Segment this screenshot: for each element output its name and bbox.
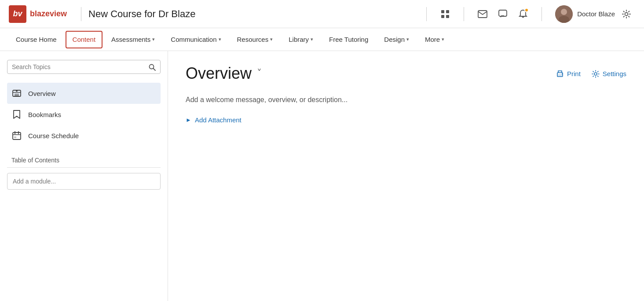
- nav-item-library[interactable]: Library ▾: [282, 31, 320, 48]
- content-settings-svg: [591, 70, 600, 78]
- search-icon: [149, 64, 156, 71]
- search-box[interactable]: [7, 60, 161, 74]
- nav-item-resources[interactable]: Resources ▾: [230, 31, 280, 48]
- svg-rect-2: [441, 15, 444, 18]
- settings-button[interactable]: Settings: [591, 69, 626, 78]
- assessments-chevron: ▾: [152, 37, 155, 42]
- sidebar: Overview Bookmarks Course: [0, 51, 168, 301]
- settings-icon-button[interactable]: [618, 5, 635, 23]
- overview-label: Overview: [28, 90, 56, 97]
- content-title: Overview ˅: [186, 64, 262, 83]
- svg-rect-21: [14, 136, 16, 138]
- nav-item-communication[interactable]: Communication ▾: [164, 31, 228, 48]
- search-input[interactable]: [12, 63, 149, 70]
- sidebar-item-course-schedule[interactable]: Course Schedule: [7, 125, 161, 146]
- nav-item-course-home[interactable]: Course Home: [9, 31, 64, 48]
- chat-icon: [498, 9, 508, 19]
- nav-item-content[interactable]: Content: [66, 31, 103, 48]
- search-button[interactable]: [149, 63, 156, 71]
- library-chevron: ▾: [311, 37, 313, 42]
- settings-icon: [622, 9, 631, 19]
- mail-icon: [478, 10, 487, 18]
- toc-divider: [7, 167, 161, 168]
- svg-rect-23: [558, 74, 562, 76]
- icon-divider-1: [426, 7, 427, 21]
- svg-point-7: [561, 9, 567, 15]
- bookmarks-label: Bookmarks: [28, 111, 61, 118]
- add-attachment-label: Add Attachment: [195, 116, 242, 124]
- nav-item-assessments[interactable]: Assessments ▾: [104, 31, 162, 48]
- bookmark-icon: [11, 109, 22, 120]
- avatar-image: [555, 5, 573, 23]
- grid-icon-button[interactable]: [436, 5, 454, 23]
- bell-icon-button[interactable]: [514, 5, 532, 23]
- attachment-arrow-icon: ►: [186, 117, 191, 123]
- svg-rect-1: [446, 10, 449, 13]
- table-of-contents-title: Table of Contents: [11, 157, 161, 164]
- add-module-input[interactable]: [7, 173, 161, 190]
- icon-divider-3: [542, 7, 542, 21]
- logo-text: blazeview: [30, 9, 67, 18]
- svg-point-25: [594, 73, 597, 75]
- svg-line-11: [154, 68, 156, 70]
- logo-area[interactable]: bv blazeview: [9, 5, 67, 23]
- print-icon: [556, 69, 564, 78]
- sidebar-item-bookmarks[interactable]: Bookmarks: [7, 104, 161, 125]
- resources-chevron: ▾: [270, 37, 273, 42]
- svg-rect-17: [13, 132, 21, 139]
- nav-item-design[interactable]: Design ▾: [377, 31, 416, 48]
- svg-point-9: [625, 12, 628, 15]
- overview-svg: [12, 88, 22, 98]
- chat-icon-button[interactable]: [494, 5, 512, 23]
- svg-rect-5: [499, 10, 507, 16]
- print-svg: [556, 70, 564, 78]
- calendar-icon: [11, 130, 22, 141]
- course-schedule-label: Course Schedule: [28, 132, 79, 139]
- mail-icon-button[interactable]: [474, 5, 491, 23]
- page-title: New Course for Dr Blaze: [88, 8, 419, 20]
- content-area: Overview ˅ Print: [168, 51, 644, 301]
- user-area[interactable]: Doctor Blaze: [555, 5, 615, 23]
- content-settings-icon: [591, 69, 600, 78]
- calendar-svg: [12, 131, 22, 140]
- bookmark-svg: [13, 110, 21, 119]
- notification-dot: [524, 8, 529, 12]
- top-header: bv blazeview New Course for Dr Blaze: [0, 0, 644, 28]
- header-divider: [81, 7, 81, 21]
- nav-item-free-tutoring[interactable]: Free Tutoring: [322, 31, 375, 48]
- grid-icon: [440, 9, 450, 19]
- content-header: Overview ˅ Print: [186, 64, 626, 83]
- nav-bar: Course Home Content Assessments ▾ Commun…: [0, 28, 644, 51]
- nav-item-more[interactable]: More ▾: [418, 31, 451, 48]
- icon-divider-2: [464, 7, 464, 21]
- print-button[interactable]: Print: [556, 69, 581, 78]
- add-attachment-button[interactable]: ► Add Attachment: [186, 116, 626, 124]
- avatar: [555, 5, 573, 23]
- svg-rect-3: [446, 15, 449, 18]
- user-name: Doctor Blaze: [577, 10, 615, 18]
- communication-chevron: ▾: [219, 37, 221, 42]
- design-chevron: ▾: [406, 37, 409, 42]
- svg-point-14: [16, 90, 18, 92]
- content-actions: Print Settings: [556, 69, 626, 78]
- more-chevron: ▾: [442, 37, 444, 42]
- overview-title-chevron[interactable]: ˅: [257, 68, 262, 79]
- sidebar-item-overview[interactable]: Overview: [7, 83, 161, 104]
- svg-rect-0: [441, 10, 444, 13]
- main-layout: Overview Bookmarks Course: [0, 51, 644, 301]
- welcome-message: Add a welcome message, overview, or desc…: [186, 96, 626, 104]
- overview-heading: Overview: [186, 64, 252, 83]
- logo-icon: bv: [9, 5, 26, 23]
- svg-point-24: [562, 73, 563, 74]
- overview-icon: [11, 88, 22, 99]
- header-icons: Doctor Blaze: [419, 5, 635, 23]
- svg-point-8: [559, 16, 569, 23]
